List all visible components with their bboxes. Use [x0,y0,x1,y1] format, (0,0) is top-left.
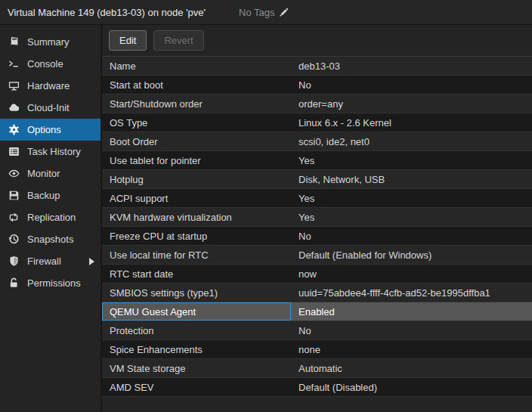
sidebar-item-hardware[interactable]: Hardware [0,75,101,97]
shield-icon [8,256,20,268]
table-row[interactable]: Spice Enhancements none [102,340,532,359]
table-row[interactable]: RTC start date now [102,265,532,283]
table-row[interactable]: Freeze CPU at startup No [102,227,532,246]
sidebar-item-label: Firewall [27,256,61,267]
option-name: Name [102,57,291,75]
sidebar-item-console[interactable]: Console [0,53,101,75]
option-value: No [291,321,532,339]
sidebar-item-monitor[interactable]: Monitor [0,163,101,184]
header: Virtual Machine 149 (deb13-03) on node '… [0,0,532,25]
option-value: Linux 6.x - 2.6 Kernel [291,113,532,132]
pencil-icon [279,8,289,17]
option-value: uuid=75abdee4-ffff-4cfb-ad52-be1995dffba… [291,283,532,302]
table-row[interactable]: ACPI support Yes [102,189,532,208]
option-name: AMD SEV [102,378,291,396]
option-value: No [291,76,532,94]
sidebar-item-backup[interactable]: Backup [0,184,101,206]
sidebar-item-replication[interactable]: Replication [0,206,101,228]
sidebar-item-label: Monitor [27,168,60,179]
sidebar-item-firewall[interactable]: Firewall [0,250,101,272]
content-panel: Edit Revert Name deb13-03 Start at boot … [102,25,532,411]
sidebar-item-label: Permissions [27,277,81,289]
option-value: scsi0, ide2, net0 [291,132,532,150]
option-name: Use local time for RTC [102,246,291,264]
option-value: deb13-03 [291,57,532,75]
option-value: Automatic [291,359,532,377]
sidebar-item-label: Backup [27,190,60,201]
task-history-icon [8,146,20,158]
book-icon [8,36,20,48]
table-row[interactable]: OS Type Linux 6.x - 2.6 Kernel [102,113,532,132]
retweet-icon [8,212,20,224]
gear-icon [8,124,20,136]
table-row[interactable]: KVM hardware virtualization Yes [102,208,532,227]
table-row[interactable]: Start at boot No [102,76,532,94]
sidebar-item-task-history[interactable]: Task History [0,141,101,163]
sidebar: Summary Console Hardware Cloud-Init Opti… [0,25,102,411]
option-name: Boot Order [102,132,291,150]
tags-edit-button[interactable]: No Tags [239,7,289,18]
table-row[interactable]: Name deb13-03 [102,57,532,76]
table-row[interactable]: Use tablet for pointer Yes [102,151,532,170]
edit-button[interactable]: Edit [109,30,147,51]
table-row[interactable]: Boot Order scsi0, ide2, net0 [102,132,532,151]
option-name: Protection [102,321,291,339]
option-name: SMBIOS settings (type1) [102,283,291,302]
sidebar-item-cloud-init[interactable]: Cloud-Init [0,97,101,119]
revert-button[interactable]: Revert [153,30,203,51]
sidebar-item-label: Task History [27,146,81,157]
desktop-icon [8,80,20,92]
sidebar-item-label: Options [27,124,61,135]
sidebar-item-snapshots[interactable]: Snapshots [0,228,101,250]
option-name: RTC start date [102,265,291,283]
sidebar-item-label: Console [27,58,63,70]
option-value: Disk, Network, USB [291,170,532,188]
no-tags-label: No Tags [239,7,274,18]
history-icon [8,234,20,246]
sidebar-item-summary[interactable]: Summary [0,31,101,53]
table-row[interactable]: Start/Shutdown order order=any [102,94,532,113]
option-name: QEMU Guest Agent [102,302,291,321]
floppy-icon [8,190,20,202]
table-row[interactable]: Protection No [102,321,532,340]
option-name: Freeze CPU at startup [102,227,291,245]
sidebar-item-label: Hardware [27,80,70,91]
option-name: KVM hardware virtualization [102,208,291,226]
option-value: Default (Enabled for Windows) [291,246,532,264]
option-value: now [291,265,532,283]
table-row[interactable]: QEMU Guest Agent Enabled [102,302,532,321]
option-name: Start at boot [102,76,291,94]
sidebar-item-label: Summary [27,36,70,48]
option-name: Hotplug [102,170,291,188]
table-row[interactable]: Use local time for RTC Default (Enabled … [102,246,532,265]
caret-right-icon [89,258,94,265]
eye-icon [8,168,20,180]
option-value: order=any [291,94,532,113]
table-row[interactable]: Hotplug Disk, Network, USB [102,170,532,189]
sidebar-item-label: Cloud-Init [27,102,70,113]
terminal-icon [8,58,20,70]
table-row[interactable]: VM State storage Automatic [102,359,532,378]
option-value: Default (Disabled) [291,378,532,396]
option-name: VM State storage [102,359,291,377]
option-name: OS Type [102,113,291,132]
option-value: none [291,340,532,358]
sidebar-item-permissions[interactable]: Permissions [0,272,101,294]
sidebar-item-label: Snapshots [27,234,73,245]
unlock-icon [8,277,20,290]
option-value: Yes [291,189,532,207]
table-row[interactable]: SMBIOS settings (type1) uuid=75abdee4-ff… [102,283,532,302]
table-row[interactable]: AMD SEV Default (Disabled) [102,378,532,397]
page-title: Virtual Machine 149 (deb13-03) on node '… [8,7,206,18]
option-name: Use tablet for pointer [102,151,291,169]
option-value: Yes [291,208,532,226]
sidebar-item-label: Replication [27,212,76,223]
toolbar: Edit Revert [102,25,532,57]
sidebar-item-options[interactable]: Options [0,119,101,141]
option-value: No [291,227,532,245]
option-value: Enabled [291,302,532,321]
option-name: Spice Enhancements [102,340,291,358]
option-value: Yes [291,151,532,169]
cloud-icon [8,102,20,114]
option-name: Start/Shutdown order [102,94,291,113]
